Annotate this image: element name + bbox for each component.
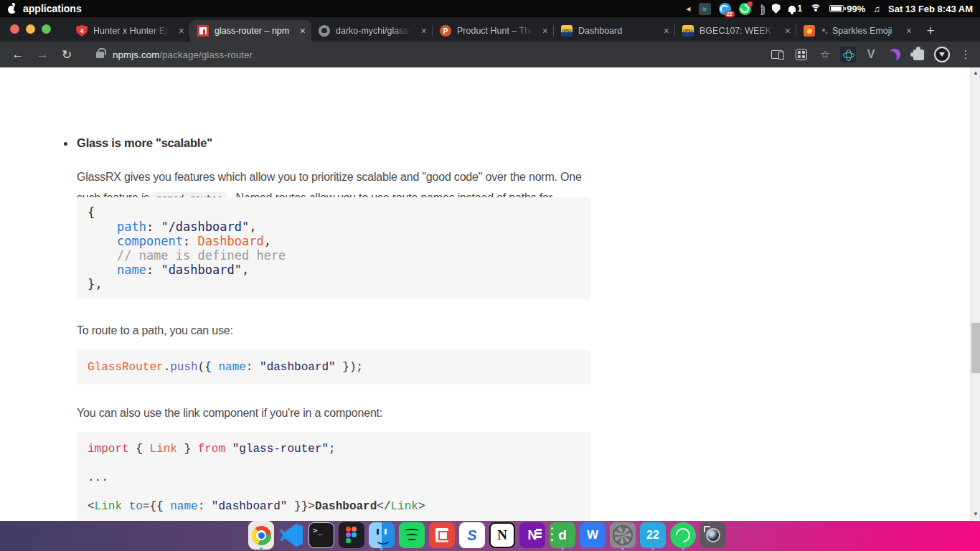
tab-close-icon[interactable]: × (906, 26, 912, 36)
back-button[interactable]: ← (6, 47, 30, 62)
tab-label: glass-router – npm (215, 26, 294, 36)
dock-icon-whatsapp[interactable] (670, 522, 696, 548)
tab-hunter-x-hunter[interactable]: 4 Hunter x Hunter Epi × (69, 20, 190, 42)
lock-icon[interactable] (96, 52, 104, 58)
address-bar[interactable]: npmjs.com/package/glass-router (113, 50, 253, 60)
tab-close-icon[interactable]: × (421, 26, 427, 36)
battery-percent: 99% (847, 4, 865, 14)
list-bullet (64, 142, 67, 146)
menubar-clock[interactable]: Sat 13 Feb 8:43 AM (888, 4, 973, 14)
chevron-left-icon[interactable]: ◀ (686, 6, 690, 12)
reload-button[interactable]: ↻ (55, 47, 79, 62)
url-path: /package/glass-router (159, 50, 253, 60)
tab-close-icon[interactable]: × (179, 26, 184, 36)
twitter-icon[interactable]: 22 (719, 3, 731, 15)
tab-dashboard[interactable]: UPSA Dashboard × (554, 20, 675, 42)
tab-label: Dashboard (578, 26, 658, 36)
dock-icon-simplenote[interactable]: S (459, 522, 485, 548)
bluetooth-icon[interactable] (759, 4, 764, 14)
code-block-route-definition[interactable]: { path: "/dashboard", component: Dashboa… (77, 197, 590, 299)
extensions-puzzle-icon[interactable] (910, 46, 927, 63)
notification-count: 1 (798, 4, 803, 14)
notification-bell-icon[interactable]: 1 (788, 4, 803, 14)
npm-favicon (197, 25, 209, 37)
dock-icon-screenshot[interactable] (700, 522, 726, 548)
window-maximize-button[interactable] (42, 24, 51, 34)
browser-menu-icon[interactable]: ⋮ (957, 46, 974, 63)
product-hunt-favicon: P (440, 25, 451, 37)
section-heading: Glass is more "scalable" (77, 136, 212, 150)
tab-bgec107[interactable]: UPSA BGEC107: WEEK 3 × (675, 20, 796, 42)
tab-product-hunt[interactable]: P Product Hunt – The × (433, 20, 554, 42)
tab-label: darko-mychi/glass- (336, 26, 415, 36)
onetab-extension-icon[interactable] (933, 46, 951, 63)
whatsapp-icon[interactable] (739, 3, 751, 15)
window-controls (10, 24, 51, 34)
react-devtools-icon[interactable] (840, 47, 856, 62)
browser-tab-bar: 4 Hunter x Hunter Epi × glass-router – n… (0, 17, 980, 42)
system-menubar: applications ◀ ≈ 22 1 99% ♫ Sat 13 Feb 8… (0, 0, 980, 17)
new-tab-button[interactable]: + (920, 21, 941, 41)
bookmark-star-icon[interactable]: ☆ (816, 46, 834, 63)
browser-toolbar: ← → ↻ npmjs.com/package/glass-router ☆ V… (0, 42, 980, 67)
paragraph-route-path: To route to a path, you can use: (77, 320, 590, 341)
wifi-icon[interactable] (810, 4, 821, 13)
menubar-app-label[interactable]: applications (23, 3, 82, 14)
dock-icon-spotify[interactable] (399, 522, 425, 548)
dark-mode-moon-icon[interactable] (886, 46, 903, 63)
dock-icon-journal[interactable]: d (550, 522, 575, 548)
dock-icon-settings[interactable] (610, 522, 636, 548)
tab-close-icon[interactable]: × (542, 26, 548, 36)
tab-label: Product Hunt – The (457, 26, 537, 36)
dock-icon-dictionary[interactable] (429, 522, 455, 548)
battery-indicator[interactable]: 99% (829, 4, 865, 14)
scrollbar-thumb[interactable] (971, 323, 980, 373)
apple-logo-icon[interactable] (7, 4, 17, 14)
tab-close-icon[interactable]: × (300, 26, 306, 36)
tab-label: Hunter x Hunter Epi (93, 26, 173, 36)
emoji-book-favicon (804, 25, 815, 37)
window-close-button[interactable] (10, 24, 19, 34)
dock-icon-onenote[interactable]: N (519, 522, 545, 548)
scroll-up-icon[interactable]: ▲ (971, 70, 980, 76)
dock-icon-vscode[interactable] (278, 522, 304, 548)
dock-icon-twenty-two[interactable]: 22 (640, 522, 666, 548)
scroll-down-icon[interactable]: ▼ (971, 511, 980, 517)
tab-github-glass[interactable]: darko-mychi/glass- × (311, 20, 433, 42)
sparkles-icon (821, 27, 828, 34)
grid-extension-icon[interactable] (793, 46, 810, 63)
dock-icon-finder[interactable] (369, 522, 395, 548)
vue-devtools-icon[interactable]: V (862, 46, 880, 63)
code-block-link[interactable]: import { Link } from "glass-router"; ...… (77, 432, 590, 521)
dock-icon-terminal[interactable]: >_ (308, 522, 334, 548)
dock-icon-notion[interactable]: N (489, 522, 515, 548)
dock-icon-figma[interactable] (339, 522, 364, 548)
devices-extension-icon[interactable] (769, 46, 786, 63)
whatsapp-unread-dot (748, 1, 753, 6)
tab-glass-router-npm[interactable]: glass-router – npm × (190, 20, 311, 42)
upsa-favicon: UPSA (561, 25, 573, 37)
forward-button[interactable]: → (30, 47, 55, 62)
dock-icon-wps-office[interactable]: W (580, 522, 606, 548)
shield-icon[interactable] (772, 4, 781, 14)
upsa-favicon: UPSA (682, 25, 694, 37)
page-content: Glass is more "scalable" GlassRX gives y… (0, 67, 980, 521)
music-note-icon[interactable]: ♫ (873, 4, 880, 14)
paragraph-link-component: You can also use the link component if y… (77, 402, 590, 423)
tab-close-icon[interactable]: × (664, 26, 669, 36)
app-indicator-icon[interactable]: ≈ (699, 3, 711, 15)
tab-close-icon[interactable]: × (785, 26, 791, 36)
anime-site-favicon: 4 (76, 25, 88, 37)
battery-icon (829, 5, 844, 12)
tab-sparkles-emoji[interactable]: Sparkles Emoji × (796, 20, 918, 42)
url-domain: npmjs.com (113, 50, 159, 60)
tab-label: Sparkles Emoji (832, 26, 900, 36)
twitter-badge: 22 (725, 11, 735, 17)
dock: >_ S N N d W 22 (248, 522, 726, 548)
code-block-push[interactable]: GlassRouter.push({ name: "dashboard" }); (77, 350, 590, 385)
github-favicon (319, 25, 330, 37)
dock-icon-chrome[interactable] (248, 522, 274, 548)
page-scrollbar[interactable]: ▲ ▼ (970, 67, 980, 521)
tab-label: BGEC107: WEEK 3 (699, 26, 779, 36)
window-minimize-button[interactable] (26, 24, 35, 34)
